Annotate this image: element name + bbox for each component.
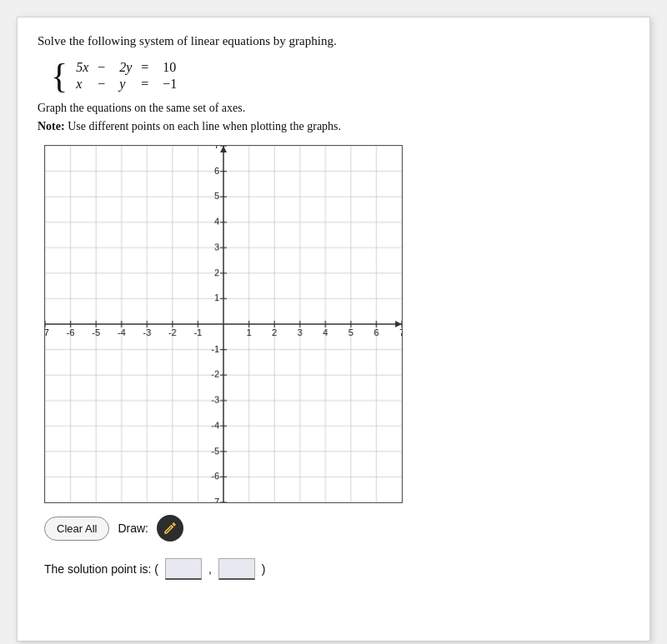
solution-row: The solution point is: ( , ) bbox=[38, 558, 629, 580]
eq1-term1: 5x bbox=[76, 60, 93, 75]
eq2-term2: y bbox=[119, 77, 136, 92]
toolbar: Clear All Draw: bbox=[38, 515, 629, 542]
pencil-icon bbox=[163, 521, 178, 536]
solution-label: The solution point is: ( bbox=[44, 562, 158, 576]
eq1-op1: − bbox=[98, 60, 114, 75]
graph-area[interactable] bbox=[44, 145, 403, 503]
solution-separator: , bbox=[208, 562, 212, 576]
eq2-rhs: −1 bbox=[163, 77, 179, 92]
eq2-term1: x bbox=[76, 77, 93, 92]
eq2-op1: − bbox=[98, 77, 114, 92]
note-text: Use different points on each line when p… bbox=[68, 120, 341, 132]
draw-label: Draw: bbox=[118, 522, 148, 535]
note: Note: Use different points on each line … bbox=[38, 120, 629, 133]
note-bold: Note: bbox=[38, 120, 65, 132]
eq1-equals: = bbox=[141, 60, 158, 75]
equation-1: 5x − 2y = 10 bbox=[76, 60, 179, 75]
graph-instruction: Graph the equations on the same set of a… bbox=[38, 102, 629, 115]
clear-all-button[interactable]: Clear All bbox=[44, 517, 109, 541]
eq1-rhs: 10 bbox=[163, 60, 179, 75]
grid-canvas[interactable] bbox=[45, 146, 402, 502]
solution-close: ) bbox=[262, 562, 266, 576]
equation-system: { 5x − 2y = 10 x − y = −1 bbox=[51, 58, 629, 93]
solution-y-input[interactable] bbox=[218, 558, 255, 580]
solution-x-input[interactable] bbox=[165, 558, 202, 580]
equation-2: x − y = −1 bbox=[76, 77, 179, 92]
eq2-equals: = bbox=[141, 77, 158, 92]
eq1-term2: 2y bbox=[119, 60, 136, 75]
graph-wrapper bbox=[38, 145, 629, 503]
brace-symbol: { bbox=[51, 58, 68, 93]
pencil-button[interactable] bbox=[157, 515, 183, 542]
equations: 5x − 2y = 10 x − y = −1 bbox=[76, 60, 179, 92]
page-container: Solve the following system of linear equ… bbox=[17, 17, 650, 642]
problem-statement: Solve the following system of linear equ… bbox=[38, 34, 629, 48]
